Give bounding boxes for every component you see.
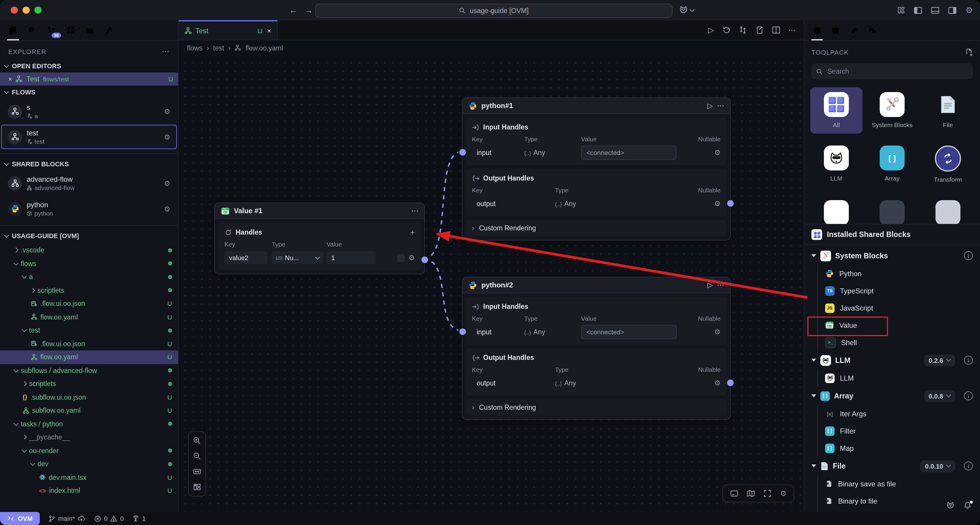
block-item-typescript[interactable]: TS TypeScript xyxy=(804,282,980,299)
node-header[interactable]: Value #1 ⋯ xyxy=(215,203,425,219)
gear-icon[interactable]: ⚙ xyxy=(714,379,721,387)
new-toolpack-icon[interactable] xyxy=(964,48,973,56)
explorer-files-icon[interactable] xyxy=(8,20,18,40)
tree-row-tasks-python[interactable]: tasks / python xyxy=(0,417,178,431)
node-header[interactable]: python#1 ▷ ⋯ xyxy=(462,98,730,114)
toggle-right-sidebar-icon[interactable] xyxy=(948,6,957,14)
group-array[interactable]: [ ] Array 0.0.8 xyxy=(804,387,980,405)
category-stub-3[interactable] xyxy=(922,196,974,224)
layout-customize-icon[interactable] xyxy=(897,6,905,14)
custom-rendering-section[interactable]: › Custom Rendering xyxy=(466,399,727,416)
toggle-bottom-panel-icon[interactable] xyxy=(931,6,940,14)
tree-row-scriptlets[interactable]: scriptlets xyxy=(0,284,178,297)
flow-canvas[interactable]: Value #1 ⋯ Handles + KeyTypeValue xyxy=(179,55,804,512)
split-editor-icon[interactable] xyxy=(772,26,781,34)
version-select[interactable]: 0.0.10 xyxy=(920,460,955,472)
block-item-binary-save[interactable]: Binary save as file xyxy=(804,475,980,492)
open-editors-header[interactable]: OPEN EDITORS xyxy=(0,59,178,72)
minimize-window-button[interactable] xyxy=(22,6,30,14)
compare-changes-icon[interactable] xyxy=(738,26,747,34)
category-stub-1[interactable] xyxy=(810,196,862,224)
folder-sidebar-icon[interactable] xyxy=(85,20,94,40)
category-all[interactable]: All xyxy=(810,87,862,134)
cat-icon[interactable] xyxy=(946,501,955,510)
gear-icon[interactable]: ⚙ xyxy=(164,107,170,115)
search-sidebar-icon[interactable] xyxy=(27,20,37,40)
git-branch-status[interactable]: main* xyxy=(48,514,86,523)
notifications-bell-icon[interactable] xyxy=(963,501,972,509)
fit-width-icon[interactable] xyxy=(193,468,201,476)
toolpack-search-input[interactable] xyxy=(826,67,968,75)
tab-test[interactable]: Test U × xyxy=(179,20,278,40)
forward-icon[interactable]: → xyxy=(304,5,313,15)
block-item-javascript[interactable]: JS JavaScript xyxy=(804,299,980,316)
toggle-left-sidebar-icon[interactable] xyxy=(914,6,923,14)
tree-row-subflow-ui-json[interactable]: {}.subflow.ui.oo.jsonU xyxy=(0,391,178,404)
node-python2[interactable]: python#2 ▷ ⋯ Input Handles KeyTypeValueN… xyxy=(462,277,731,420)
tree-row-subflow-yaml[interactable]: subflow.oo.yamlU xyxy=(0,404,178,417)
gear-icon[interactable]: ⚙ xyxy=(714,328,721,336)
fullscreen-icon[interactable] xyxy=(764,489,772,498)
tree-row-dev[interactable]: dev xyxy=(0,457,178,471)
gear-icon[interactable]: ⚙ xyxy=(164,133,170,141)
chat-tab-icon[interactable] xyxy=(868,20,877,40)
node-more-icon[interactable]: ⋯ xyxy=(717,102,724,110)
info-icon[interactable] xyxy=(964,461,973,470)
tree-row-pycache[interactable]: __pycache__ xyxy=(0,431,178,444)
rerun-icon[interactable] xyxy=(722,26,731,34)
info-icon[interactable] xyxy=(964,391,973,400)
workspace-header[interactable]: USAGE-GUIDE [OVM] xyxy=(0,229,178,242)
add-handle-button[interactable]: + xyxy=(410,227,415,237)
category-transform[interactable]: Transform xyxy=(922,141,974,188)
flow-item-test[interactable]: test test ⚙ xyxy=(1,125,177,149)
breadcrumb[interactable]: flows › test › flow.oo.yaml xyxy=(179,40,804,55)
python1-input-handle[interactable] xyxy=(458,148,467,157)
toolpack-search[interactable] xyxy=(811,64,973,79)
assistant-menu[interactable] xyxy=(678,5,694,15)
handle-value-input[interactable]: 1 xyxy=(326,251,376,264)
category-system-blocks[interactable]: System Blocks xyxy=(866,87,918,134)
category-file[interactable]: File xyxy=(922,87,974,134)
python1-output-handle[interactable] xyxy=(726,199,735,208)
category-stub-2[interactable] xyxy=(866,196,918,224)
tree-row-test-flow-yaml-selected[interactable]: flow.oo.yamlU xyxy=(0,350,178,364)
custom-rendering-section[interactable]: › Custom Rendering xyxy=(466,220,727,236)
console-icon[interactable] xyxy=(730,489,738,498)
close-window-button[interactable] xyxy=(11,6,18,14)
version-select[interactable]: 0.0.8 xyxy=(924,390,955,402)
minimap-icon[interactable] xyxy=(747,489,755,498)
blocks-sidebar-icon[interactable] xyxy=(66,20,75,40)
shared-item-python[interactable]: python python ⚙ xyxy=(1,196,177,221)
nullable-checkbox[interactable] xyxy=(397,254,405,262)
gear-icon[interactable]: ⚙ xyxy=(164,179,170,187)
ports-status[interactable]: 1 xyxy=(132,515,146,522)
flow-item-s[interactable]: s a ⚙ xyxy=(1,99,177,123)
gear-icon[interactable]: ⚙ xyxy=(408,254,415,262)
block-item-value[interactable]: Value xyxy=(804,316,980,334)
key-sidebar-icon[interactable] xyxy=(104,20,113,40)
python2-output-handle[interactable] xyxy=(726,378,735,387)
tree-row-oo-render[interactable]: oo-render xyxy=(0,444,178,457)
group-file[interactable]: File 0.0.10 xyxy=(804,457,980,475)
flows-section-header[interactable]: FLOWS xyxy=(0,86,178,99)
block-item-iter-args[interactable]: [x] Iter Args xyxy=(804,405,980,422)
node-more-icon[interactable]: ⋯ xyxy=(411,207,418,215)
explorer-more-icon[interactable]: ⋯ xyxy=(162,47,170,56)
tree-row-flows[interactable]: flows xyxy=(0,257,178,270)
run-flow-icon[interactable]: ▷ xyxy=(708,26,714,34)
tree-row-a[interactable]: a xyxy=(0,270,178,284)
zoom-out-icon[interactable] xyxy=(193,452,201,460)
tree-row-index-html[interactable]: <>index.htmlU xyxy=(0,484,178,497)
handle-type-select[interactable]: 123Nu... xyxy=(272,251,323,264)
command-center-search[interactable]: usage-guide [OVM] xyxy=(315,3,673,18)
node-header[interactable]: python#2 ▷ ⋯ xyxy=(462,277,730,294)
node-value-1[interactable]: Value #1 ⋯ Handles + KeyTypeValue xyxy=(214,203,425,274)
tree-row-vscode[interactable]: .vscode xyxy=(0,244,178,257)
flows-sidebar-icon[interactable]: 36 xyxy=(46,20,56,40)
group-system-blocks[interactable]: System Blocks xyxy=(804,246,980,265)
package-tab-icon[interactable] xyxy=(813,20,821,40)
run-node-icon[interactable]: ▷ xyxy=(708,102,713,110)
gear-icon[interactable]: ⚙ xyxy=(164,204,170,213)
run-node-icon[interactable]: ▷ xyxy=(708,281,713,289)
version-select[interactable]: 0.2.6 xyxy=(924,354,955,366)
